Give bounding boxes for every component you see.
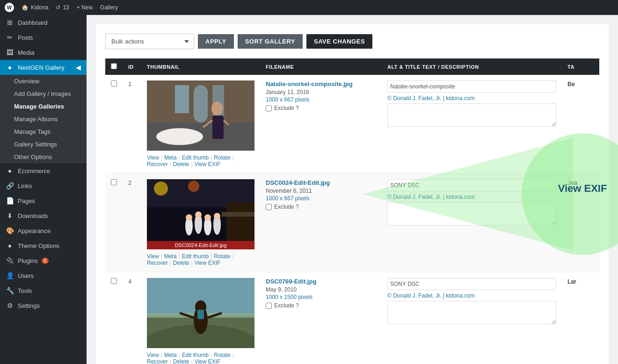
row-2-recover-link[interactable]: Recover bbox=[147, 260, 168, 266]
select-all-checkbox[interactable] bbox=[111, 63, 117, 69]
sidebar-item-settings[interactable]: ⚙ Settings bbox=[0, 298, 87, 313]
sidebar-item-other-options[interactable]: Other Options bbox=[0, 151, 87, 163]
sidebar-item-manage-galleries[interactable]: Manage Galleries bbox=[0, 100, 87, 113]
row-checkbox-cell bbox=[105, 174, 123, 272]
sidebar-item-plugins[interactable]: 🔌 Plugins 6 bbox=[0, 253, 87, 268]
row-1-rotate-link[interactable]: Rotate bbox=[214, 154, 230, 161]
row-3-desc-textarea[interactable] bbox=[387, 301, 556, 324]
row-2-exclude-checkbox[interactable] bbox=[266, 204, 272, 210]
table-row: 1 bbox=[105, 75, 599, 174]
toolbar: Bulk actions APPLY SORT GALLERY SAVE CHA… bbox=[105, 34, 599, 49]
row-1-viewexif-link[interactable]: View EXIF bbox=[195, 161, 221, 167]
save-changes-button[interactable]: SAVE CHANGES bbox=[306, 34, 372, 49]
gallery-item[interactable]: Gallery bbox=[100, 4, 118, 11]
row-3-delete-link[interactable]: Delete bbox=[173, 358, 189, 364]
row-2-id: 2 bbox=[123, 174, 141, 272]
row-3-alt-input[interactable] bbox=[387, 278, 556, 290]
row-2-alt-input[interactable] bbox=[387, 179, 556, 191]
row-1-editthumb-link[interactable]: Edit thumb bbox=[182, 154, 209, 161]
sidebar-item-gallery-settings[interactable]: Gallery Settings bbox=[0, 138, 87, 151]
row-3-exclude: Exclude ? bbox=[266, 302, 376, 309]
row-2-filename-link[interactable]: DSC0024-Edit-Edit.jpg bbox=[266, 179, 376, 186]
sidebar-item-posts[interactable]: ✏ Posts bbox=[0, 30, 87, 45]
row-2-editthumb-link[interactable]: Edit thumb bbox=[182, 253, 209, 260]
row-1-alt-cell: © Donald J. Fadel, Jr. | kidona.com bbox=[382, 75, 562, 174]
table-wrapper: ID THUMBNAIL FILENAME ALT & TITLE TEXT /… bbox=[105, 58, 599, 364]
nextgen-submenu: Overview Add Gallery / Images Manage Gal… bbox=[0, 75, 87, 163]
row-3-editthumb-link[interactable]: Edit thumb bbox=[182, 352, 209, 358]
row-2-thumbnail-cell: DSC0024-Edit-Edit.jpg View | Meta | Edit… bbox=[141, 174, 260, 272]
table-body: 1 bbox=[105, 75, 599, 364]
row-1-view-link[interactable]: View bbox=[147, 154, 159, 161]
svg-point-21 bbox=[204, 214, 211, 221]
row-2-actions: View | Meta | Edit thumb | Rotate | Reco… bbox=[147, 253, 254, 266]
row-2-pixels: 1000 x 667 pixels bbox=[266, 195, 376, 202]
row-checkbox-cell bbox=[105, 75, 123, 174]
main-layout: ⊞ Dashboard ✏ Posts 🖼 Media ● NextGEN Ga… bbox=[0, 15, 618, 364]
updates-item[interactable]: ↺ 13 bbox=[56, 4, 69, 11]
row-2-thumb-label: DSC0024-Edit-Edit.jpg bbox=[147, 241, 254, 249]
sidebar-item-pages[interactable]: 📄 Pages bbox=[0, 193, 87, 208]
sidebar-item-tools[interactable]: 🔧 Tools bbox=[0, 283, 87, 298]
row-2-view-link[interactable]: View bbox=[147, 253, 159, 260]
row-1-recover-link[interactable]: Recover bbox=[147, 161, 168, 167]
row-1-desc-textarea[interactable] bbox=[387, 103, 556, 127]
row-1-thumbnail-cell: View | Meta | Edit thumb | Rotate | Reco… bbox=[141, 75, 260, 174]
sidebar-item-users[interactable]: 👤 Users bbox=[0, 268, 87, 283]
sidebar-item-overview[interactable]: Overview bbox=[0, 75, 87, 87]
sidebar-item-links[interactable]: 🔗 Links bbox=[0, 178, 87, 193]
row-1-checkbox[interactable] bbox=[111, 80, 117, 87]
sidebar-item-media[interactable]: 🖼 Media bbox=[0, 45, 87, 60]
row-1-alt-input[interactable] bbox=[387, 80, 556, 93]
row-3-viewexif-link[interactable]: View EXIF bbox=[195, 358, 221, 364]
row-2-rotate-link[interactable]: Rotate bbox=[214, 253, 230, 260]
apply-button[interactable]: APPLY bbox=[198, 34, 234, 49]
svg-point-13 bbox=[154, 182, 168, 196]
row-1-exclude-checkbox[interactable] bbox=[266, 105, 272, 111]
svg-rect-33 bbox=[197, 310, 204, 319]
row-3-meta-link[interactable]: Meta bbox=[164, 352, 177, 358]
sidebar: ⊞ Dashboard ✏ Posts 🖼 Media ● NextGEN Ga… bbox=[0, 15, 87, 364]
row-3-exclude-checkbox[interactable] bbox=[266, 303, 272, 309]
users-icon: 👤 bbox=[6, 272, 14, 279]
pages-icon: 📄 bbox=[6, 197, 14, 204]
sidebar-item-ecommerce[interactable]: ● Ecommerce bbox=[0, 163, 87, 178]
svg-point-19 bbox=[186, 214, 192, 221]
header-thumbnail: THUMBNAIL bbox=[141, 58, 260, 75]
svg-point-22 bbox=[214, 213, 220, 219]
svg-point-6 bbox=[156, 128, 203, 145]
row-2-meta-link[interactable]: Meta bbox=[164, 253, 177, 260]
row-3-view-link[interactable]: View bbox=[147, 352, 159, 358]
row-3-rotate-link[interactable]: Rotate bbox=[214, 352, 230, 358]
sidebar-item-nextgen[interactable]: ● NextGEN Gallery ◀ bbox=[0, 60, 87, 75]
row-1-filename-link[interactable]: Natalie-snorkel-composite.jpg bbox=[266, 80, 376, 87]
sidebar-item-add-gallery[interactable]: Add Gallery / Images bbox=[0, 87, 87, 100]
sidebar-item-dashboard[interactable]: ⊞ Dashboard bbox=[0, 15, 87, 30]
row-3-checkbox[interactable] bbox=[111, 278, 117, 284]
row-2-checkbox[interactable] bbox=[111, 179, 117, 185]
row-1-delete-link[interactable]: Delete bbox=[173, 161, 189, 167]
row-2-delete-link[interactable]: Delete bbox=[173, 260, 189, 266]
row-1-pixels: 1000 x 667 pixels bbox=[266, 96, 376, 103]
row-2-filename-cell: DSC0024-Edit-Edit.jpg November 6, 2011 1… bbox=[260, 174, 382, 272]
row-3-filename-link[interactable]: DSC0769-Edit.jpg bbox=[266, 278, 376, 285]
bulk-actions-select[interactable]: Bulk actions bbox=[105, 34, 194, 49]
sidebar-item-theme-options[interactable]: ● Theme Options bbox=[0, 238, 87, 253]
header-tags: TA bbox=[562, 58, 599, 75]
row-2-desc-textarea[interactable] bbox=[387, 202, 556, 226]
row-1-meta-link[interactable]: Meta bbox=[164, 154, 177, 161]
sidebar-item-appearance[interactable]: 🎨 Appearance bbox=[0, 223, 87, 238]
site-name[interactable]: 🏠 Kidona bbox=[22, 4, 48, 11]
sidebar-item-manage-tags[interactable]: Manage Tags bbox=[0, 125, 87, 138]
row-3-recover-link[interactable]: Recover bbox=[147, 358, 168, 364]
sidebar-item-downloads[interactable]: ⬇ Downloads bbox=[0, 208, 87, 223]
sidebar-item-manage-albums[interactable]: Manage Albums bbox=[0, 113, 87, 125]
new-item[interactable]: + New bbox=[77, 4, 93, 11]
row-3-id: 4 bbox=[123, 272, 141, 364]
svg-point-20 bbox=[195, 211, 202, 218]
header-alt: ALT & TITLE TEXT / DESCRIPTION bbox=[382, 58, 562, 75]
links-icon: 🔗 bbox=[6, 182, 14, 189]
wordpress-icon[interactable]: W bbox=[5, 3, 14, 12]
row-2-viewexif-link[interactable]: View EXIF bbox=[195, 260, 221, 266]
sort-gallery-button[interactable]: SORT GALLERY bbox=[238, 34, 303, 49]
